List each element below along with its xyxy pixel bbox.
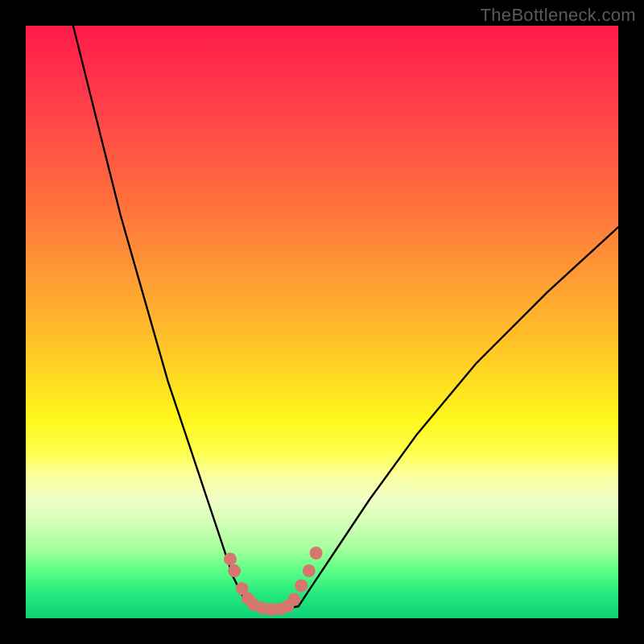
chart-svg [26,26,618,618]
valley-marker [310,547,323,559]
watermark-text: TheBottleneck.com [481,5,636,26]
valley-marker [287,592,300,605]
marker-layer [224,547,323,616]
valley-marker [303,564,316,577]
outer-frame: TheBottleneck.com [0,0,644,644]
plot-area [26,26,618,618]
valley-marker [224,552,237,565]
valley-marker [228,564,241,577]
bottleneck-curve [73,26,618,609]
curve-layer [73,26,618,609]
valley-marker [295,580,308,592]
